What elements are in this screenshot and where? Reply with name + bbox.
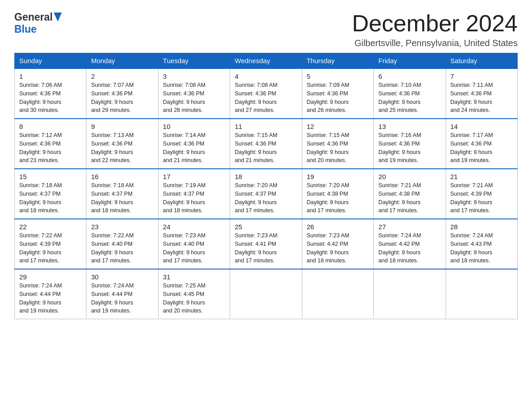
day-info: Sunrise: 7:11 AMSunset: 4:36 PMDaylight:… (450, 81, 513, 115)
day-cell: 17Sunrise: 7:19 AMSunset: 4:37 PMDayligh… (158, 169, 230, 219)
day-cell: 26Sunrise: 7:23 AMSunset: 4:42 PMDayligh… (302, 219, 373, 269)
day-info: Sunrise: 7:24 AMSunset: 4:43 PMDaylight:… (450, 231, 513, 265)
day-cell: 20Sunrise: 7:21 AMSunset: 4:38 PMDayligh… (374, 169, 446, 219)
day-info: Sunrise: 7:18 AMSunset: 4:37 PMDaylight:… (19, 181, 82, 215)
day-cell: 2Sunrise: 7:07 AMSunset: 4:36 PMDaylight… (86, 68, 158, 119)
logo-triangle-icon (54, 13, 62, 23)
day-cell: 25Sunrise: 7:23 AMSunset: 4:41 PMDayligh… (230, 219, 302, 269)
header-day-thursday: Thursday (302, 53, 373, 69)
day-info: Sunrise: 7:21 AMSunset: 4:38 PMDaylight:… (378, 181, 441, 215)
day-number: 9 (91, 123, 153, 130)
week-row-1: 1Sunrise: 7:06 AMSunset: 4:36 PMDaylight… (15, 68, 518, 119)
day-cell: 4Sunrise: 7:08 AMSunset: 4:36 PMDaylight… (230, 68, 302, 119)
day-info: Sunrise: 7:25 AMSunset: 4:45 PMDaylight:… (163, 282, 225, 315)
day-cell (374, 269, 446, 319)
header-day-wednesday: Wednesday (230, 53, 302, 69)
day-cell: 28Sunrise: 7:24 AMSunset: 4:43 PMDayligh… (446, 219, 517, 269)
day-number: 31 (163, 273, 225, 281)
logo: General Blue (14, 11, 62, 35)
day-info: Sunrise: 7:22 AMSunset: 4:40 PMDaylight:… (91, 231, 153, 265)
header-day-monday: Monday (86, 53, 158, 69)
day-info: Sunrise: 7:20 AMSunset: 4:38 PMDaylight:… (307, 181, 369, 215)
page-header: General Blue December 2024 Gilbertsville… (14, 11, 518, 48)
day-cell: 18Sunrise: 7:20 AMSunset: 4:37 PMDayligh… (230, 169, 302, 219)
day-number: 13 (378, 123, 441, 130)
day-cell (230, 269, 302, 319)
day-info: Sunrise: 7:21 AMSunset: 4:39 PMDaylight:… (450, 181, 513, 215)
week-row-5: 29Sunrise: 7:24 AMSunset: 4:44 PMDayligh… (15, 269, 518, 319)
day-number: 3 (163, 73, 225, 80)
day-number: 6 (378, 73, 441, 80)
day-info: Sunrise: 7:08 AMSunset: 4:36 PMDaylight:… (163, 81, 225, 115)
week-row-3: 15Sunrise: 7:18 AMSunset: 4:37 PMDayligh… (15, 169, 518, 219)
day-cell: 6Sunrise: 7:10 AMSunset: 4:36 PMDaylight… (374, 68, 446, 119)
day-info: Sunrise: 7:10 AMSunset: 4:36 PMDaylight:… (378, 81, 441, 115)
header-day-sunday: Sunday (15, 53, 86, 69)
day-info: Sunrise: 7:09 AMSunset: 4:36 PMDaylight:… (307, 81, 369, 115)
day-cell: 15Sunrise: 7:18 AMSunset: 4:37 PMDayligh… (15, 169, 86, 219)
day-info: Sunrise: 7:19 AMSunset: 4:37 PMDaylight:… (163, 181, 225, 215)
day-number: 27 (378, 223, 441, 231)
day-cell: 14Sunrise: 7:17 AMSunset: 4:36 PMDayligh… (446, 119, 517, 169)
day-number: 1 (19, 73, 82, 80)
week-row-2: 8Sunrise: 7:12 AMSunset: 4:36 PMDaylight… (15, 119, 518, 169)
day-cell: 3Sunrise: 7:08 AMSunset: 4:36 PMDaylight… (158, 68, 230, 119)
day-number: 12 (307, 123, 369, 130)
day-info: Sunrise: 7:08 AMSunset: 4:36 PMDaylight:… (235, 81, 297, 115)
location-subtitle: Gilbertsville, Pennsylvania, United Stat… (352, 38, 518, 48)
day-number: 8 (19, 123, 82, 130)
day-number: 4 (235, 73, 297, 80)
day-info: Sunrise: 7:16 AMSunset: 4:36 PMDaylight:… (378, 131, 441, 165)
day-cell: 9Sunrise: 7:13 AMSunset: 4:36 PMDaylight… (86, 119, 158, 169)
month-title: December 2024 (352, 11, 518, 36)
day-number: 19 (307, 173, 369, 180)
day-cell: 13Sunrise: 7:16 AMSunset: 4:36 PMDayligh… (374, 119, 446, 169)
day-cell: 23Sunrise: 7:22 AMSunset: 4:40 PMDayligh… (86, 219, 158, 269)
day-number: 23 (91, 223, 153, 231)
logo-general-text: General (14, 11, 53, 23)
day-cell: 12Sunrise: 7:15 AMSunset: 4:36 PMDayligh… (302, 119, 373, 169)
calendar-header: SundayMondayTuesdayWednesdayThursdayFrid… (15, 53, 518, 69)
day-number: 30 (91, 273, 153, 281)
week-row-4: 22Sunrise: 7:22 AMSunset: 4:39 PMDayligh… (15, 219, 518, 269)
day-number: 5 (307, 73, 369, 80)
day-number: 2 (91, 73, 153, 80)
day-number: 20 (378, 173, 441, 180)
header-day-tuesday: Tuesday (158, 53, 230, 69)
day-number: 28 (450, 223, 513, 231)
day-info: Sunrise: 7:23 AMSunset: 4:41 PMDaylight:… (235, 231, 297, 265)
day-cell (302, 269, 373, 319)
day-number: 7 (450, 73, 513, 80)
day-info: Sunrise: 7:24 AMSunset: 4:42 PMDaylight:… (378, 231, 441, 265)
day-info: Sunrise: 7:23 AMSunset: 4:40 PMDaylight:… (163, 231, 225, 265)
day-number: 15 (19, 173, 82, 180)
day-info: Sunrise: 7:15 AMSunset: 4:36 PMDaylight:… (307, 131, 369, 165)
day-cell: 16Sunrise: 7:18 AMSunset: 4:37 PMDayligh… (86, 169, 158, 219)
day-number: 11 (235, 123, 297, 130)
day-number: 17 (163, 173, 225, 180)
day-cell: 29Sunrise: 7:24 AMSunset: 4:44 PMDayligh… (15, 269, 86, 319)
svg-marker-0 (54, 13, 62, 21)
day-cell: 8Sunrise: 7:12 AMSunset: 4:36 PMDaylight… (15, 119, 86, 169)
day-number: 22 (19, 223, 82, 231)
logo-blue-text: Blue (14, 23, 37, 35)
day-cell: 24Sunrise: 7:23 AMSunset: 4:40 PMDayligh… (158, 219, 230, 269)
day-number: 24 (163, 223, 225, 231)
day-info: Sunrise: 7:18 AMSunset: 4:37 PMDaylight:… (91, 181, 153, 215)
calendar-body: 1Sunrise: 7:06 AMSunset: 4:36 PMDaylight… (15, 68, 518, 319)
day-cell: 10Sunrise: 7:14 AMSunset: 4:36 PMDayligh… (158, 119, 230, 169)
day-info: Sunrise: 7:06 AMSunset: 4:36 PMDaylight:… (19, 81, 82, 115)
day-number: 21 (450, 173, 513, 180)
day-info: Sunrise: 7:23 AMSunset: 4:42 PMDaylight:… (307, 231, 369, 265)
day-cell: 19Sunrise: 7:20 AMSunset: 4:38 PMDayligh… (302, 169, 373, 219)
day-number: 16 (91, 173, 153, 180)
day-info: Sunrise: 7:07 AMSunset: 4:36 PMDaylight:… (91, 81, 153, 115)
day-cell: 1Sunrise: 7:06 AMSunset: 4:36 PMDaylight… (15, 68, 86, 119)
day-number: 26 (307, 223, 369, 231)
header-row: SundayMondayTuesdayWednesdayThursdayFrid… (15, 53, 518, 69)
day-cell: 7Sunrise: 7:11 AMSunset: 4:36 PMDaylight… (446, 68, 517, 119)
day-info: Sunrise: 7:17 AMSunset: 4:36 PMDaylight:… (450, 131, 513, 165)
day-cell: 11Sunrise: 7:15 AMSunset: 4:36 PMDayligh… (230, 119, 302, 169)
day-info: Sunrise: 7:20 AMSunset: 4:37 PMDaylight:… (235, 181, 297, 215)
day-info: Sunrise: 7:13 AMSunset: 4:36 PMDaylight:… (91, 131, 153, 165)
